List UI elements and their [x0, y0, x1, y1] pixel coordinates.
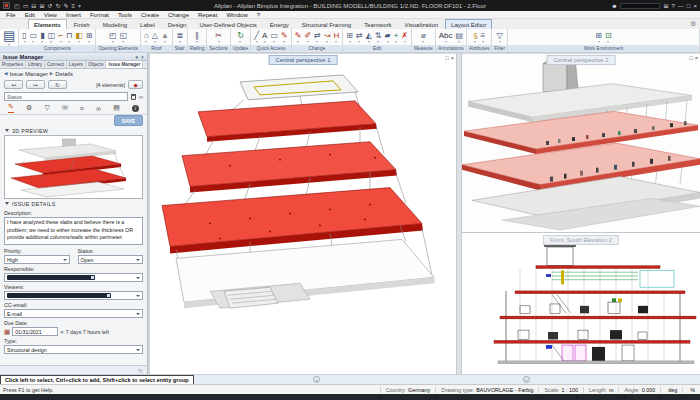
ribbon-tab[interactable]: Finish: [68, 19, 96, 29]
dimension-line-icon[interactable]: ▤: [456, 31, 464, 43]
clear-date-icon[interactable]: ×: [60, 329, 64, 335]
due-date-input[interactable]: [12, 327, 58, 336]
filter-funnel-icon[interactable]: ▽: [497, 31, 503, 43]
minimize-icon[interactable]: —: [678, 3, 684, 9]
viewport-tab-elevation[interactable]: Front, South Elevation 2: [543, 235, 619, 245]
upstand-tool-icon[interactable]: ⌐: [58, 31, 63, 43]
panel-tab[interactable]: Connect: [45, 61, 67, 68]
undo-icon[interactable]: ↺: [47, 3, 52, 9]
viewport-tab-main[interactable]: Central perspective 1: [269, 55, 338, 65]
status-select[interactable]: Open: [78, 255, 144, 264]
slab-tool-icon[interactable]: ◫: [48, 31, 56, 43]
menu-item[interactable]: Change: [168, 12, 189, 18]
maximize-icon[interactable]: □: [687, 3, 691, 9]
menu-item[interactable]: View: [44, 12, 57, 18]
hatch-icon[interactable]: H: [333, 31, 339, 43]
type-select[interactable]: Structural design: [4, 345, 143, 354]
filter-icon[interactable]: ▽: [44, 104, 49, 112]
ribbon-tab[interactable]: Layout Editor: [445, 19, 492, 29]
label-text-icon[interactable]: Abc: [439, 31, 453, 43]
calendar-icon[interactable]: ▦: [4, 328, 10, 335]
pin-panel-icon[interactable]: ▾: [136, 54, 139, 60]
mesh-tool-icon[interactable]: ⊞: [86, 31, 93, 43]
railing-tool-icon[interactable]: ∥: [195, 31, 199, 43]
update-3d-icon[interactable]: ↻: [237, 31, 244, 43]
activity-log-icon[interactable]: ≡: [80, 105, 84, 112]
window-layout-icon[interactable]: ⊞: [595, 31, 602, 43]
edit-pen-icon[interactable]: ✎: [295, 31, 302, 43]
workspace-icon[interactable]: ⊡: [605, 31, 612, 43]
dormer-icon[interactable]: ▲: [161, 31, 169, 43]
link-icon[interactable]: ∞: [96, 105, 101, 112]
panel-tab[interactable]: Layers: [67, 61, 86, 68]
status-field[interactable]: %: [682, 387, 700, 393]
restore-viewport-icon[interactable]: □: [445, 55, 448, 61]
ribbon-tab[interactable]: Energy: [264, 19, 295, 29]
restore-viewport-icon[interactable]: □: [689, 55, 692, 61]
menu-item[interactable]: Format: [90, 12, 109, 18]
print-icon[interactable]: ⊟: [31, 3, 36, 9]
stair-tool-icon[interactable]: ≣: [176, 31, 183, 43]
status-field[interactable]: Country:Germany: [380, 387, 436, 393]
close-icon[interactable]: ×: [693, 3, 697, 9]
copy-elements-icon[interactable]: ⊞: [346, 31, 353, 43]
column-tool-icon[interactable]: ▮: [40, 31, 44, 43]
elevation-viewport[interactable]: Front, South Elevation 2: [462, 233, 700, 374]
ribbon-tab[interactable]: Visualization: [399, 19, 445, 29]
window-opening-icon[interactable]: ◰: [109, 31, 117, 43]
cc-email-select[interactable]: E-mail: [4, 309, 143, 318]
delete-icon[interactable]: ✗: [401, 31, 408, 43]
edit-issue-icon[interactable]: ✎: [8, 103, 14, 113]
status-field[interactable]: Length:m: [583, 387, 619, 393]
navigation-mode-icon[interactable]: +: [313, 376, 320, 383]
navigation-mode-icon[interactable]: +: [523, 376, 530, 383]
priority-select[interactable]: High: [4, 255, 70, 264]
status-field[interactable]: Drawing type:BAUVORLAGE - Farbig: [435, 387, 538, 393]
secondary-viewport[interactable]: Central perspective 2 □×: [462, 53, 700, 233]
smart-parts-icon[interactable]: ◧: [75, 31, 83, 43]
pen-settings-icon[interactable]: ✎: [63, 3, 68, 9]
ribbon-tab[interactable]: Teamwork: [358, 19, 397, 29]
gear-icon[interactable]: ⚙: [690, 20, 696, 28]
comments-icon[interactable]: ✉: [62, 104, 68, 112]
link-elements-icon[interactable]: ∞: [139, 94, 143, 100]
menu-item[interactable]: ?: [257, 12, 260, 18]
wall-tool-icon[interactable]: ▯: [22, 31, 26, 43]
user-name-badge[interactable]: [620, 3, 660, 9]
panel-tab[interactable]: Library: [26, 61, 45, 68]
preview-section-header[interactable]: 3D PREVIEW: [0, 126, 147, 135]
close-viewport-icon[interactable]: ×: [451, 55, 454, 61]
ribbon-tab[interactable]: User-Defined Objects: [193, 19, 262, 29]
quick-access-arrow-icon[interactable]: ▾: [78, 3, 81, 9]
issue-views-button[interactable]: ◆: [128, 80, 143, 89]
open-project-icon[interactable]: ◰: [14, 3, 20, 9]
redo-icon[interactable]: ↻: [55, 3, 60, 9]
back-icon[interactable]: ◀: [4, 71, 7, 76]
description-textarea[interactable]: I have analyzed these slabs and believe …: [4, 217, 143, 245]
issue-filter-input[interactable]: [4, 92, 128, 101]
viewport-tab-secondary[interactable]: Central perspective 2: [547, 55, 616, 65]
door-opening-icon[interactable]: ◱: [120, 31, 128, 43]
menu-item[interactable]: Repeat: [198, 12, 217, 18]
add-icon[interactable]: +: [394, 31, 399, 43]
ribbon-tab[interactable]: Design: [162, 19, 193, 29]
menu-item[interactable]: Tools: [118, 12, 132, 18]
responsible-select[interactable]: [4, 273, 143, 282]
menu-item[interactable]: Insert: [66, 12, 81, 18]
save-icon[interactable]: ▭: [23, 3, 29, 9]
rotate-icon[interactable]: ◭: [366, 31, 372, 43]
attach-elements-button[interactable]: ↤: [4, 80, 23, 89]
roof-covering-icon[interactable]: △: [152, 31, 158, 43]
spline-edit-icon[interactable]: ↝: [324, 31, 331, 43]
panel-tab[interactable]: Objects: [86, 61, 107, 68]
ribbon-tab[interactable]: Elements: [28, 19, 67, 29]
detach-elements-button[interactable]: ↦: [26, 80, 45, 89]
ribbon-tab[interactable]: Modeling: [97, 19, 133, 29]
viewers-select[interactable]: [4, 291, 143, 300]
line-tool-icon[interactable]: ╱: [254, 31, 259, 43]
help-icon[interactable]: ?: [672, 3, 675, 9]
text-tool-icon[interactable]: A: [262, 31, 267, 43]
status-field[interactable]: deg: [660, 387, 682, 393]
ribbon-tab[interactable]: Structural Framing: [296, 19, 357, 29]
modify-pen-icon[interactable]: ✐: [304, 31, 311, 43]
